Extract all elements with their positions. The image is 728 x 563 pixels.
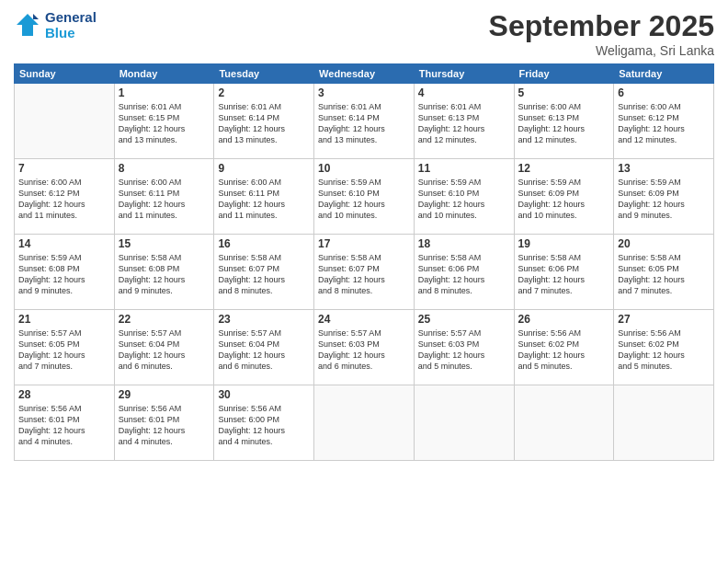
location: Weligama, Sri Lanka xyxy=(489,43,714,58)
day-info: Sunrise: 5:56 AM Sunset: 6:01 PM Dayligh… xyxy=(18,403,110,448)
calendar-day: 25Sunrise: 5:57 AM Sunset: 6:03 PM Dayli… xyxy=(414,310,514,385)
day-info: Sunrise: 5:57 AM Sunset: 6:03 PM Dayligh… xyxy=(318,327,410,373)
day-info: Sunrise: 5:56 AM Sunset: 6:02 PM Dayligh… xyxy=(618,327,710,373)
day-info: Sunrise: 6:00 AM Sunset: 6:11 PM Dayligh… xyxy=(218,177,310,222)
day-number: 29 xyxy=(119,388,210,401)
day-number: 22 xyxy=(119,313,210,326)
day-info: Sunrise: 5:59 AM Sunset: 6:08 PM Dayligh… xyxy=(18,252,110,297)
calendar-day: 28Sunrise: 5:56 AM Sunset: 6:01 PM Dayli… xyxy=(15,385,115,461)
day-number: 11 xyxy=(418,162,510,175)
day-info: Sunrise: 5:58 AM Sunset: 6:06 PM Dayligh… xyxy=(418,252,510,297)
day-number: 7 xyxy=(18,162,110,175)
day-info: Sunrise: 5:59 AM Sunset: 6:10 PM Dayligh… xyxy=(418,177,510,222)
calendar-day: 12Sunrise: 5:59 AM Sunset: 6:09 PM Dayli… xyxy=(514,159,614,235)
day-info: Sunrise: 5:56 AM Sunset: 6:00 PM Dayligh… xyxy=(218,403,310,448)
day-info: Sunrise: 6:01 AM Sunset: 6:15 PM Dayligh… xyxy=(119,101,210,146)
svg-marker-1 xyxy=(33,14,39,19)
calendar-day: 21Sunrise: 5:57 AM Sunset: 6:05 PM Dayli… xyxy=(15,310,115,385)
calendar-day: 9Sunrise: 6:00 AM Sunset: 6:11 PM Daylig… xyxy=(214,159,314,235)
day-number: 20 xyxy=(618,237,710,250)
calendar-week-row: 14Sunrise: 5:59 AM Sunset: 6:08 PM Dayli… xyxy=(15,235,714,310)
day-number: 26 xyxy=(518,313,610,326)
calendar-day: 16Sunrise: 5:58 AM Sunset: 6:07 PM Dayli… xyxy=(214,235,314,310)
calendar-day: 30Sunrise: 5:56 AM Sunset: 6:00 PM Dayli… xyxy=(214,385,314,461)
day-number: 19 xyxy=(518,237,610,250)
day-number: 1 xyxy=(119,86,210,99)
calendar: Sunday Monday Tuesday Wednesday Thursday… xyxy=(14,63,714,461)
day-number: 17 xyxy=(318,237,410,250)
day-number: 25 xyxy=(418,313,510,326)
calendar-day: 1Sunrise: 6:01 AM Sunset: 6:15 PM Daylig… xyxy=(114,84,214,159)
calendar-day xyxy=(614,385,714,461)
calendar-week-row: 1Sunrise: 6:01 AM Sunset: 6:15 PM Daylig… xyxy=(15,84,714,159)
header-thursday: Thursday xyxy=(414,64,514,84)
day-info: Sunrise: 6:01 AM Sunset: 6:14 PM Dayligh… xyxy=(318,101,410,146)
calendar-day: 14Sunrise: 5:59 AM Sunset: 6:08 PM Dayli… xyxy=(15,235,115,310)
day-info: Sunrise: 6:00 AM Sunset: 6:12 PM Dayligh… xyxy=(618,101,710,146)
calendar-day: 26Sunrise: 5:56 AM Sunset: 6:02 PM Dayli… xyxy=(514,310,614,385)
day-info: Sunrise: 5:56 AM Sunset: 6:02 PM Dayligh… xyxy=(518,327,610,373)
day-number: 3 xyxy=(318,86,410,99)
day-info: Sunrise: 6:01 AM Sunset: 6:13 PM Dayligh… xyxy=(418,101,510,146)
calendar-day xyxy=(15,84,115,159)
calendar-day: 23Sunrise: 5:57 AM Sunset: 6:04 PM Dayli… xyxy=(214,310,314,385)
day-number: 5 xyxy=(518,86,610,99)
day-info: Sunrise: 5:57 AM Sunset: 6:03 PM Dayligh… xyxy=(418,327,510,373)
calendar-week-row: 7Sunrise: 6:00 AM Sunset: 6:12 PM Daylig… xyxy=(15,159,714,235)
header-wednesday: Wednesday xyxy=(314,64,415,84)
day-info: Sunrise: 5:59 AM Sunset: 6:10 PM Dayligh… xyxy=(318,177,410,222)
calendar-day: 5Sunrise: 6:00 AM Sunset: 6:13 PM Daylig… xyxy=(514,84,614,159)
header-saturday: Saturday xyxy=(614,64,714,84)
day-number: 16 xyxy=(218,237,310,250)
day-info: Sunrise: 5:56 AM Sunset: 6:01 PM Dayligh… xyxy=(119,403,210,448)
calendar-day: 19Sunrise: 5:58 AM Sunset: 6:06 PM Dayli… xyxy=(514,235,614,310)
calendar-day: 11Sunrise: 5:59 AM Sunset: 6:10 PM Dayli… xyxy=(414,159,514,235)
day-number: 23 xyxy=(218,313,310,326)
day-number: 10 xyxy=(318,162,410,175)
calendar-day: 20Sunrise: 5:58 AM Sunset: 6:05 PM Dayli… xyxy=(614,235,714,310)
header-sunday: Sunday xyxy=(15,64,115,84)
day-info: Sunrise: 5:58 AM Sunset: 6:08 PM Dayligh… xyxy=(119,252,210,297)
day-info: Sunrise: 6:01 AM Sunset: 6:14 PM Dayligh… xyxy=(218,101,310,146)
calendar-day: 10Sunrise: 5:59 AM Sunset: 6:10 PM Dayli… xyxy=(314,159,415,235)
day-number: 6 xyxy=(618,86,710,99)
logo-icon xyxy=(14,11,41,39)
day-number: 18 xyxy=(418,237,510,250)
calendar-day: 2Sunrise: 6:01 AM Sunset: 6:14 PM Daylig… xyxy=(214,84,314,159)
title-area: September 2025 Weligama, Sri Lanka xyxy=(489,9,714,58)
day-info: Sunrise: 5:58 AM Sunset: 6:05 PM Dayligh… xyxy=(618,252,710,297)
day-info: Sunrise: 5:58 AM Sunset: 6:07 PM Dayligh… xyxy=(218,252,310,297)
day-number: 27 xyxy=(618,313,710,326)
calendar-day: 13Sunrise: 5:59 AM Sunset: 6:09 PM Dayli… xyxy=(614,159,714,235)
day-number: 24 xyxy=(318,313,410,326)
day-number: 2 xyxy=(218,86,310,99)
day-info: Sunrise: 5:57 AM Sunset: 6:05 PM Dayligh… xyxy=(18,327,110,373)
day-number: 12 xyxy=(518,162,610,175)
header-friday: Friday xyxy=(514,64,614,84)
day-number: 13 xyxy=(618,162,710,175)
header-monday: Monday xyxy=(114,64,214,84)
day-number: 30 xyxy=(218,388,310,401)
logo-blue: Blue xyxy=(45,25,97,40)
calendar-day: 22Sunrise: 5:57 AM Sunset: 6:04 PM Dayli… xyxy=(114,310,214,385)
header-tuesday: Tuesday xyxy=(214,64,314,84)
day-number: 14 xyxy=(18,237,110,250)
day-number: 21 xyxy=(18,313,110,326)
calendar-day: 24Sunrise: 5:57 AM Sunset: 6:03 PM Dayli… xyxy=(314,310,415,385)
logo-general: General xyxy=(45,9,97,25)
day-info: Sunrise: 5:57 AM Sunset: 6:04 PM Dayligh… xyxy=(218,327,310,373)
calendar-day: 4Sunrise: 6:01 AM Sunset: 6:13 PM Daylig… xyxy=(414,84,514,159)
day-info: Sunrise: 6:00 AM Sunset: 6:11 PM Dayligh… xyxy=(119,177,210,222)
calendar-day xyxy=(514,385,614,461)
month-title: September 2025 xyxy=(489,9,714,43)
calendar-day: 6Sunrise: 6:00 AM Sunset: 6:12 PM Daylig… xyxy=(614,84,714,159)
calendar-day xyxy=(414,385,514,461)
calendar-day: 3Sunrise: 6:01 AM Sunset: 6:14 PM Daylig… xyxy=(314,84,415,159)
day-info: Sunrise: 6:00 AM Sunset: 6:13 PM Dayligh… xyxy=(518,101,610,146)
day-info: Sunrise: 5:59 AM Sunset: 6:09 PM Dayligh… xyxy=(618,177,710,222)
calendar-day xyxy=(314,385,415,461)
day-info: Sunrise: 5:59 AM Sunset: 6:09 PM Dayligh… xyxy=(518,177,610,222)
calendar-week-row: 21Sunrise: 5:57 AM Sunset: 6:05 PM Dayli… xyxy=(15,310,714,385)
day-info: Sunrise: 5:57 AM Sunset: 6:04 PM Dayligh… xyxy=(119,327,210,373)
day-info: Sunrise: 6:00 AM Sunset: 6:12 PM Dayligh… xyxy=(18,177,110,222)
